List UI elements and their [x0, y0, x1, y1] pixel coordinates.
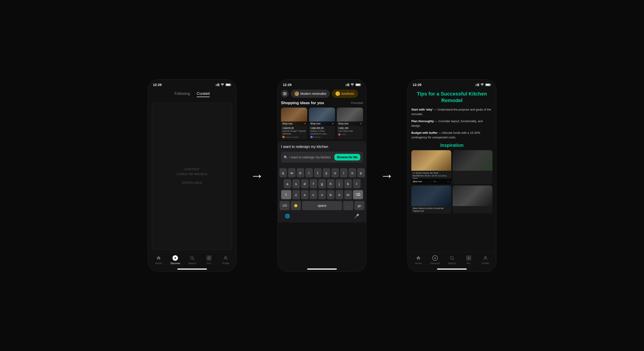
insp-card-3[interactable]: (Best Sellers) Kooifizo Curved Bar Cabin… — [411, 186, 451, 213]
key-space[interactable]: space — [302, 201, 342, 210]
search-icon-sm: 🔍 — [284, 156, 288, 159]
tab-curated[interactable]: Curated — [197, 91, 210, 97]
key-o[interactable]: o — [349, 168, 356, 177]
key-s[interactable]: s — [292, 179, 300, 188]
nav-item-pro-1[interactable]: Pro — [202, 255, 215, 264]
nav-item-discover-3[interactable]: Discover — [429, 255, 442, 264]
inspiration-grid: Shop now ↗ ··· 17 Stories Sanora Tan Sto… — [411, 150, 492, 213]
content-label-1: CONTENT — [184, 167, 200, 172]
key-mic[interactable]: 🎤 — [352, 212, 361, 221]
product-card-1[interactable]: Shop now ↗ CA$236.99 Zipcode Design™ Bac… — [281, 108, 307, 139]
nav-item-pro-3[interactable]: Pro — [462, 255, 475, 264]
profile-icon-3 — [482, 255, 488, 261]
shop-now-icon-3: ↗ — [360, 122, 362, 125]
filter-button[interactable] — [281, 90, 289, 98]
nav-item-home-3[interactable]: Home — [412, 255, 424, 264]
key-r[interactable]: r — [305, 168, 313, 177]
source-name-2: Dufresne — [313, 136, 321, 138]
nav-label-search-3: Search — [448, 262, 456, 264]
key-x[interactable]: x — [301, 190, 308, 199]
key-n[interactable]: n — [336, 190, 343, 199]
profile-icon-1 — [223, 255, 228, 261]
product-name-2: Sullivan 4 Piece Sectional in Lavis... — [310, 130, 334, 135]
nav-label-discover-3: Discover — [430, 262, 440, 264]
pro-icon-3 — [466, 255, 472, 261]
insp-shop-text-1: Shop now — [413, 180, 422, 182]
nav-item-profile-1[interactable]: Profile — [220, 255, 232, 264]
tab-following[interactable]: Following — [174, 91, 190, 97]
insp-card-2[interactable] — [452, 150, 492, 184]
key-u[interactable]: u — [331, 168, 339, 177]
product-price-1: CA$236.99 — [282, 127, 306, 130]
screen3-body: Tips for a Successful Kitchen Remodel St… — [408, 88, 496, 252]
key-m[interactable]: m — [344, 190, 352, 199]
key-f[interactable]: f — [310, 179, 317, 188]
key-shift[interactable]: ⇧ — [281, 190, 291, 199]
key-l[interactable]: l — [353, 179, 360, 188]
svg-rect-10 — [209, 256, 211, 258]
browse-for-me-button[interactable]: Browse for Me — [334, 154, 360, 160]
key-backspace[interactable]: ⌫ — [353, 190, 363, 199]
time-3: 12:29 — [413, 83, 421, 86]
product-card-2[interactable]: Shop now ↗ CA$6,899.99 Sullivan 4 Piece … — [309, 108, 335, 139]
key-h[interactable]: h — [327, 179, 334, 188]
home-indicator-1 — [148, 266, 236, 272]
svg-rect-33 — [486, 84, 490, 86]
key-j[interactable]: j — [336, 179, 343, 188]
search-input-row[interactable]: 🔍 I want to redesign my kitchen Browse f… — [281, 152, 363, 163]
pill-modern[interactable]: Modern minimalist — [291, 90, 330, 98]
key-numbers[interactable]: 123 — [280, 201, 290, 210]
key-t[interactable]: t — [314, 168, 322, 177]
search-overlay: I want to redesign my kitchen 🔍 I want t… — [278, 141, 366, 166]
key-c[interactable]: c — [310, 190, 317, 199]
nav-item-search-3[interactable]: Search — [446, 255, 458, 264]
nav-item-search-1[interactable]: Search — [186, 255, 198, 264]
search-icon-1 — [189, 255, 195, 261]
key-a[interactable]: a — [284, 179, 291, 188]
key-w[interactable]: w — [288, 168, 296, 177]
svg-rect-38 — [466, 258, 468, 260]
nav-label-home-1: Home — [155, 262, 162, 264]
key-v[interactable]: v — [318, 190, 326, 199]
shopping-title: Shopping ideas for you — [281, 101, 324, 105]
svg-rect-0 — [216, 84, 216, 86]
svg-rect-20 — [356, 84, 360, 86]
key-y[interactable]: y — [323, 168, 330, 177]
key-z[interactable]: z — [292, 190, 300, 199]
key-q[interactable]: q — [280, 168, 287, 177]
source-dot-1 — [282, 136, 285, 138]
insp-card-1[interactable]: Shop now ↗ ··· 17 Stories Sanora Tan Sto… — [411, 150, 451, 184]
pill-aesthetic[interactable]: Aesthetic — [332, 90, 358, 98]
key-i[interactable]: i — [340, 168, 348, 177]
product-card-3[interactable]: Shop now ↗ CA$1,299 Ceni Volca Sofa Arti… — [337, 108, 363, 139]
tip-1-bold: Start with 'why' — [411, 108, 433, 111]
key-go[interactable]: go — [354, 201, 364, 210]
key-g[interactable]: g — [318, 179, 326, 188]
home-icon-3 — [416, 255, 421, 261]
svg-rect-5 — [231, 84, 231, 85]
svg-point-26 — [284, 94, 285, 95]
key-period[interactable]: . — [343, 201, 353, 210]
svg-rect-11 — [207, 258, 208, 260]
key-emoji[interactable]: 🙂 — [291, 201, 301, 210]
key-b[interactable]: b — [327, 190, 334, 199]
key-k[interactable]: k — [344, 179, 352, 188]
status-icons-1 — [216, 84, 231, 86]
filter-row: Modern minimalist Aesthetic — [278, 88, 366, 100]
tip-3-text: Budget with buffer — Allocate funds with… — [411, 131, 480, 139]
nav-item-discover-1[interactable]: Discover — [169, 255, 182, 264]
key-p[interactable]: p — [357, 168, 365, 177]
shop-now-icon-2: ↗ — [332, 122, 334, 125]
search-query-text: I want to redesign my kitchen — [281, 145, 363, 149]
nav-item-profile-3[interactable]: Profile — [479, 255, 492, 264]
keyboard: q w e r t y u i o p a s d f g h — [278, 166, 366, 222]
key-e[interactable]: e — [297, 168, 304, 177]
nav-label-search-1: Search — [188, 262, 196, 264]
insp-overlay-1: Shop now ↗ ··· — [411, 179, 451, 184]
key-d[interactable]: d — [301, 179, 308, 188]
nav-item-home-1[interactable]: Home — [152, 255, 165, 264]
svg-rect-19 — [361, 84, 361, 85]
insp-card-4[interactable] — [452, 186, 492, 213]
svg-rect-28 — [476, 84, 477, 86]
key-globe[interactable]: 🌐 — [283, 212, 292, 221]
